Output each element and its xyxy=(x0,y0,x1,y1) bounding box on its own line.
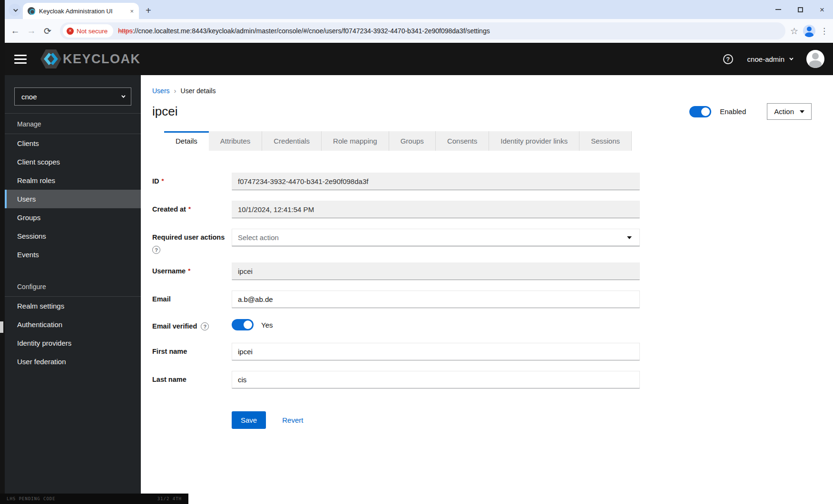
email-verified-label: Email verified ? xyxy=(152,318,232,330)
required-user-actions-label: Required user actions ? xyxy=(152,229,232,254)
keycloak-favicon xyxy=(28,7,35,15)
breadcrumb-current: User details xyxy=(181,87,216,95)
created-at-field xyxy=(232,201,640,218)
background-fragment-text-left: LHS PENDING CODE xyxy=(7,496,56,501)
sidebar-item-events[interactable]: Events xyxy=(5,245,141,264)
page-title: ipcei xyxy=(152,104,177,119)
browser-tab[interactable]: Keycloak Administration UI × xyxy=(23,3,139,19)
browser-profile-avatar[interactable] xyxy=(803,25,815,37)
username-field xyxy=(232,262,640,280)
tab-close-icon[interactable]: × xyxy=(128,8,135,15)
not-secure-label: Not secure xyxy=(77,28,108,35)
required-user-actions-select[interactable]: Select action xyxy=(232,229,640,246)
tab-role-mapping[interactable]: Role mapping xyxy=(322,131,389,151)
close-icon: × xyxy=(820,6,824,14)
masthead-right: ? cnoe-admin xyxy=(723,50,824,68)
tab-attributes[interactable]: Attributes xyxy=(209,131,262,151)
id-label: ID* xyxy=(152,173,232,190)
brand-text: KEYCLOAK xyxy=(63,52,141,67)
nav-toggle-hamburger-icon[interactable] xyxy=(14,55,27,64)
help-icon[interactable]: ? xyxy=(152,246,160,254)
tab-groups[interactable]: Groups xyxy=(389,131,436,151)
caret-down-icon xyxy=(800,110,804,113)
caret-down-icon xyxy=(627,236,632,239)
chevron-down-icon xyxy=(121,94,125,97)
background-fragment-text-right: 31/2 4TH xyxy=(157,496,182,501)
first-name-label: First name xyxy=(152,343,232,360)
help-icon[interactable]: ? xyxy=(201,322,209,330)
realm-selector-value: cnoe xyxy=(21,93,37,101)
enabled-label: Enabled xyxy=(720,107,746,116)
tab-credentials[interactable]: Credentials xyxy=(262,131,322,151)
background-window-edge xyxy=(0,0,5,504)
bookmark-star-icon[interactable]: ☆ xyxy=(790,26,798,37)
avatar[interactable] xyxy=(806,50,824,68)
sidebar-item-authentication[interactable]: Authentication xyxy=(5,315,141,334)
chevron-down-icon xyxy=(13,7,18,12)
required-marker: * xyxy=(188,205,191,213)
sidebar: cnoe Manage Clients Client scopes Realm … xyxy=(5,75,141,504)
window-maximize-button[interactable] xyxy=(789,0,811,19)
enabled-toggle[interactable] xyxy=(689,106,711,117)
first-name-field[interactable] xyxy=(232,343,640,360)
url-text: https://cnoe.localtest.me:8443/keycloak/… xyxy=(118,27,490,35)
id-field xyxy=(232,173,640,190)
breadcrumb: Users › User details xyxy=(152,87,833,95)
sidebar-item-user-federation[interactable]: User federation xyxy=(5,352,141,371)
tab-bar: Details Attributes Credentials Role mapp… xyxy=(164,131,833,151)
sidebar-item-realm-settings[interactable]: Realm settings xyxy=(5,297,141,315)
not-secure-icon: × xyxy=(67,28,74,35)
tab-identity-provider-links[interactable]: Identity provider links xyxy=(489,131,579,151)
window-controls: × xyxy=(767,0,833,19)
required-marker: * xyxy=(162,177,164,184)
tab-search-button[interactable] xyxy=(9,4,21,16)
breadcrumb-users-link[interactable]: Users xyxy=(152,87,170,95)
sidebar-item-users[interactable]: Users xyxy=(5,190,141,208)
background-window-notch xyxy=(0,321,3,333)
tab-consents[interactable]: Consents xyxy=(436,131,489,151)
sidebar-item-identity-providers[interactable]: Identity providers xyxy=(5,334,141,352)
action-dropdown-label: Action xyxy=(774,107,794,116)
email-field[interactable] xyxy=(232,291,640,308)
toolbar-right: ☆ ⋮ xyxy=(790,25,828,37)
chevron-down-icon xyxy=(789,56,793,60)
sidebar-item-groups[interactable]: Groups xyxy=(5,208,141,227)
address-bar[interactable]: × Not secure https://cnoe.localtest.me:8… xyxy=(60,22,785,39)
email-verified-toggle[interactable] xyxy=(232,319,254,330)
help-icon[interactable]: ? xyxy=(723,54,733,64)
email-label: Email xyxy=(152,291,232,308)
sidebar-item-sessions[interactable]: Sessions xyxy=(5,227,141,245)
action-dropdown-button[interactable]: Action xyxy=(767,103,812,120)
sidebar-item-client-scopes[interactable]: Client scopes xyxy=(5,153,141,171)
forward-button[interactable]: → xyxy=(24,23,39,39)
site-security-chip[interactable]: × Not secure xyxy=(63,24,113,38)
revert-link[interactable]: Revert xyxy=(282,416,303,424)
window-minimize-button[interactable] xyxy=(767,0,789,19)
tab-details[interactable]: Details xyxy=(164,131,209,151)
url-rest: ://cnoe.localtest.me:8443/keycloak/admin… xyxy=(133,27,490,35)
user-menu[interactable]: cnoe-admin xyxy=(747,55,792,63)
tab-sessions[interactable]: Sessions xyxy=(579,131,632,151)
browser-window: Keycloak Administration UI × + × ← → ⟳ ×… xyxy=(5,0,833,504)
required-marker: * xyxy=(188,267,190,274)
last-name-label: Last name xyxy=(152,371,232,388)
back-button[interactable]: ← xyxy=(8,23,23,39)
window-close-button[interactable]: × xyxy=(811,0,833,19)
breadcrumb-separator-icon: › xyxy=(174,87,176,95)
username-label: Username* xyxy=(152,262,232,280)
realm-selector[interactable]: cnoe xyxy=(14,87,131,106)
maximize-icon xyxy=(798,7,803,12)
created-at-label: Created at* xyxy=(152,201,232,218)
sidebar-item-realm-roles[interactable]: Realm roles xyxy=(5,171,141,190)
user-menu-label: cnoe-admin xyxy=(747,55,784,63)
keycloak-logo-icon xyxy=(40,47,62,71)
browser-toolbar: ← → ⟳ × Not secure https://cnoe.localtes… xyxy=(5,19,833,43)
new-tab-button[interactable]: + xyxy=(146,6,151,15)
last-name-field[interactable] xyxy=(232,371,640,388)
title-controls: Enabled Action xyxy=(689,103,812,120)
sidebar-item-clients[interactable]: Clients xyxy=(5,134,141,153)
reload-button[interactable]: ⟳ xyxy=(40,23,55,39)
save-button[interactable]: Save xyxy=(232,411,266,429)
browser-menu-icon[interactable]: ⋮ xyxy=(820,26,828,36)
tab-title: Keycloak Administration UI xyxy=(39,8,125,15)
